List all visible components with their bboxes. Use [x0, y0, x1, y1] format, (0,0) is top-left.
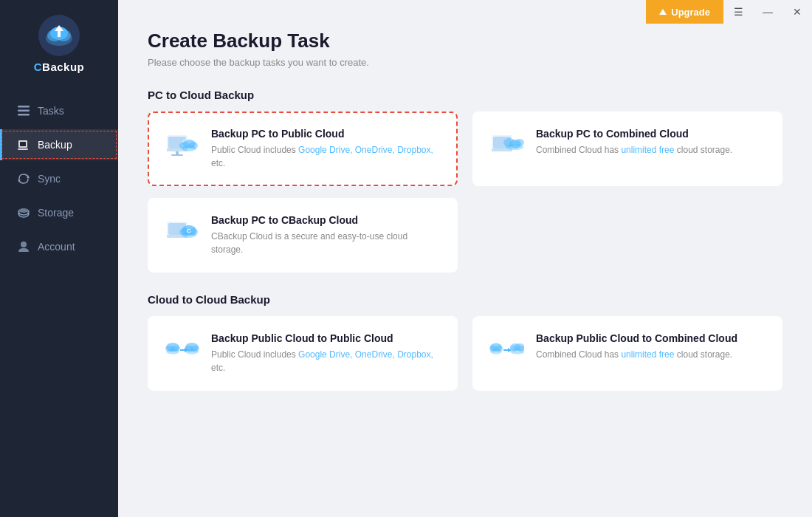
- cbackup-cloud-row: C Backup PC to CBackup Cloud CBackup Clo…: [148, 198, 782, 273]
- backup-pc-public-cloud-card[interactable]: Backup PC to Public Cloud Public Cloud i…: [148, 112, 458, 186]
- public-to-combined-card-desc: Combined Cloud has unlimited free cloud …: [536, 348, 737, 361]
- svg-point-25: [182, 145, 196, 151]
- cloud-to-cloud-title: Cloud to Cloud Backup: [148, 293, 782, 306]
- svg-rect-7: [18, 110, 30, 112]
- public-to-public-highlight: Google Drive, OneDrive, Dropbox,: [298, 349, 433, 360]
- public-to-public-card-desc: Public Cloud includes Google Drive, OneD…: [211, 348, 441, 374]
- svg-rect-6: [18, 106, 30, 108]
- minimize-button[interactable]: —: [753, 0, 782, 24]
- page-subtitle: Please choose the backup tasks you want …: [148, 57, 782, 68]
- storage-label: Storage: [38, 207, 74, 219]
- public-cloud-highlight: Google Drive, OneDrive, Dropbox,: [298, 145, 433, 155]
- backup-public-to-public-card[interactable]: Backup Public Cloud to Public Cloud Publ…: [148, 316, 458, 391]
- titlebar: Upgrade ☰ — ✕: [646, 0, 812, 24]
- nav-items: Tasks Backup Sync: [0, 95, 118, 262]
- empty-space: [472, 198, 782, 273]
- svg-text:C: C: [187, 227, 191, 234]
- svg-rect-19: [176, 151, 179, 154]
- public-to-combined-card-content: Backup Public Cloud to Combined Cloud Co…: [536, 332, 737, 361]
- tasks-label: Tasks: [38, 105, 64, 117]
- svg-point-44: [166, 349, 179, 355]
- sidebar-item-sync[interactable]: Sync: [0, 163, 118, 194]
- public-to-public-card-content: Backup Public Cloud to Public Cloud Publ…: [211, 332, 441, 374]
- close-button[interactable]: ✕: [782, 0, 812, 24]
- public-cloud-card-content: Backup PC to Public Cloud Public Cloud i…: [211, 128, 441, 170]
- public-cloud-card-title: Backup PC to Public Cloud: [211, 128, 441, 140]
- sync-icon: [17, 172, 30, 185]
- combined-cloud-card-desc: Combined Cloud has unlimited free cloud …: [536, 143, 732, 157]
- sidebar-item-backup[interactable]: Backup: [0, 129, 118, 160]
- pc-to-cloud-title: PC to Cloud Backup: [148, 89, 782, 101]
- main-content: Create Backup Task Please choose the bac…: [118, 0, 812, 517]
- svg-rect-11: [18, 148, 28, 150]
- upgrade-arrow-icon: [659, 9, 667, 15]
- upgrade-label: Upgrade: [671, 7, 710, 18]
- pc-to-cloud-cards-row: Backup PC to Public Cloud Public Cloud i…: [148, 112, 782, 186]
- public-to-combined-card-title: Backup Public Cloud to Combined Cloud: [536, 332, 737, 344]
- menu-button[interactable]: ☰: [723, 0, 753, 24]
- upgrade-button[interactable]: Upgrade: [646, 0, 723, 24]
- logo-text: CBackup: [34, 61, 85, 73]
- public-to-public-card-title: Backup Public Cloud to Public Cloud: [211, 332, 441, 344]
- public-to-public-icon: [164, 332, 199, 368]
- svg-point-14: [18, 208, 29, 213]
- public-cloud-icon: [164, 128, 199, 163]
- cbackup-cloud-card-content: Backup PC to CBackup Cloud CBackup Cloud…: [211, 214, 441, 256]
- svg-point-15: [21, 242, 27, 247]
- sidebar-item-account[interactable]: Account: [0, 231, 118, 262]
- svg-point-50: [185, 349, 199, 355]
- logo-c: C: [34, 61, 42, 73]
- combined-cloud-highlight: unlimited free: [621, 145, 674, 155]
- account-icon: [17, 240, 30, 253]
- backup-icon: [17, 138, 30, 151]
- svg-rect-10: [20, 142, 26, 146]
- tasks-icon: [17, 104, 30, 117]
- sidebar-item-storage[interactable]: Storage: [0, 197, 118, 228]
- svg-point-54: [490, 349, 502, 355]
- sidebar: CBackup Tasks Backup: [0, 0, 118, 517]
- pc-to-cloud-section: PC to Cloud Backup Back: [148, 89, 782, 273]
- cloud-to-cloud-cards-row: Backup Public Cloud to Public Cloud Publ…: [148, 316, 782, 391]
- account-label: Account: [38, 241, 75, 253]
- cloud-to-cloud-section: Cloud to Cloud Backup: [148, 293, 782, 391]
- logo-backup: Backup: [42, 61, 84, 73]
- combined-cloud-card-content: Backup PC to Combined Cloud Combined Clo…: [536, 128, 732, 157]
- cbackup-cloud-card-desc: CBackup Cloud is a secure and easy-to-us…: [211, 230, 441, 256]
- storage-icon: [17, 206, 30, 219]
- backup-pc-cbackup-cloud-card[interactable]: C Backup PC to CBackup Cloud CBackup Clo…: [148, 198, 458, 273]
- public-cloud-card-desc: Public Cloud includes Google Drive, OneD…: [211, 143, 441, 170]
- svg-rect-20: [171, 154, 183, 156]
- combined-cloud-card-title: Backup PC to Combined Cloud: [536, 128, 732, 140]
- backup-public-to-combined-card[interactable]: Backup Public Cloud to Combined Cloud Co…: [472, 316, 782, 391]
- logo-area: CBackup: [34, 15, 85, 73]
- app-logo-icon: [38, 15, 80, 56]
- cbackup-cloud-icon: C: [164, 214, 199, 250]
- public-to-combined-icon: [489, 332, 524, 368]
- window-controls: ☰ — ✕: [723, 0, 812, 24]
- sidebar-item-tasks[interactable]: Tasks: [0, 95, 118, 126]
- svg-rect-8: [18, 114, 30, 116]
- backup-label: Backup: [38, 139, 72, 151]
- cbackup-cloud-card-title: Backup PC to CBackup Cloud: [211, 214, 441, 226]
- sync-label: Sync: [38, 173, 61, 185]
- combined-cloud-icon: [489, 128, 524, 163]
- backup-pc-combined-cloud-card[interactable]: Backup PC to Combined Cloud Combined Clo…: [472, 112, 782, 186]
- svg-point-32: [506, 144, 523, 150]
- public-to-combined-highlight: unlimited free: [621, 349, 674, 360]
- page-title: Create Backup Task: [148, 30, 782, 52]
